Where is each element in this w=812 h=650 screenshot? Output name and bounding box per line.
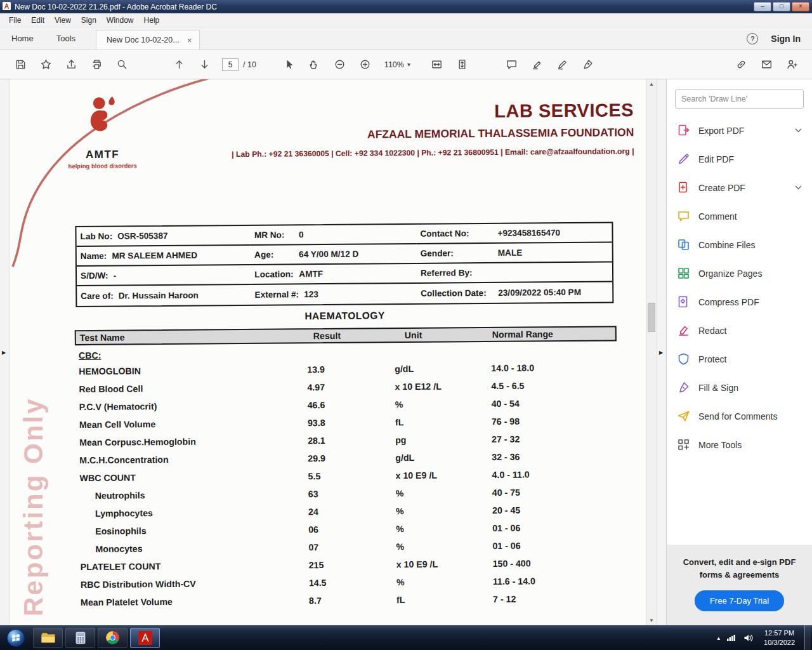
tools-panel-item-protect[interactable]: Protect xyxy=(667,345,812,373)
menu-help[interactable]: Help xyxy=(139,14,165,27)
export-pdf-icon xyxy=(677,124,690,137)
tools-panel-item-redact[interactable]: Redact xyxy=(667,316,812,345)
clock-date: 10/3/2022 xyxy=(764,638,795,647)
next-page-button[interactable] xyxy=(192,55,217,75)
free-trial-button[interactable]: Free 7-Day Trial xyxy=(695,590,784,611)
tool-item-label: More Tools xyxy=(698,440,742,450)
tools-panel-item-create-pdf[interactable]: Create PDF xyxy=(667,173,812,202)
chevron-down-icon[interactable] xyxy=(795,185,802,190)
menu-file[interactable]: File xyxy=(4,14,26,27)
email-button[interactable] xyxy=(754,55,779,75)
collapse-tools-arrow-icon[interactable]: ▶ xyxy=(659,350,663,355)
open-nav-pane-arrow-icon[interactable]: ▶ xyxy=(2,350,6,355)
show-desktop-button[interactable] xyxy=(804,625,811,650)
taskbar: ▴ 12:57 PM 10/3/2022 xyxy=(0,625,812,650)
help-icon[interactable]: ? xyxy=(747,33,758,44)
tools-panel-item-fill-sign[interactable]: Fill & Sign xyxy=(667,373,812,402)
vertical-scrollbar[interactable]: ▲ ▼ xyxy=(646,79,657,625)
menu-sign[interactable]: Sign xyxy=(76,14,102,27)
tool-item-label: Fill & Sign xyxy=(698,383,738,393)
zoom-in-icon xyxy=(359,58,371,70)
favorites-button[interactable] xyxy=(33,55,58,75)
tools-panel-item-more-tools[interactable]: More Tools xyxy=(667,430,812,459)
chrome-icon xyxy=(105,630,120,645)
fit-width-button[interactable] xyxy=(424,55,450,75)
close-button[interactable]: × xyxy=(792,2,809,11)
organize-pages-icon xyxy=(677,267,690,280)
tools-panel-item-export-pdf[interactable]: Export PDF xyxy=(667,116,812,145)
tools-list: Export PDF Edit PDF Create PDF Comment xyxy=(667,114,812,459)
system-tray: ▴ 12:57 PM 10/3/2022 xyxy=(717,625,812,650)
comment-tool-button[interactable] xyxy=(499,55,525,75)
highlight-tool-button[interactable] xyxy=(525,55,550,75)
tools-panel-item-send-for-comments[interactable]: Send for Comments xyxy=(667,402,812,430)
menu-view[interactable]: View xyxy=(49,14,76,27)
sign-in-button[interactable]: Sign In xyxy=(771,34,801,44)
table-row: Mean Platelet Volume8.7fL7 - 12 xyxy=(77,589,619,611)
find-button[interactable] xyxy=(109,55,134,75)
document-viewer: Reporting Only AMTF helping blood disord… xyxy=(10,79,666,625)
hand-icon xyxy=(308,58,320,70)
taskbar-calculator[interactable] xyxy=(65,628,95,648)
scroll-up-icon[interactable]: ▲ xyxy=(646,81,657,87)
hand-tool-button[interactable] xyxy=(302,55,327,75)
tools-pane-strip: ▶ xyxy=(657,79,666,625)
taskbar-acrobat-active[interactable] xyxy=(130,628,160,648)
page-number-input[interactable] xyxy=(222,58,239,71)
amtf-logo: AMTF helping blood disorders xyxy=(61,93,144,169)
add-account-button[interactable] xyxy=(779,55,804,75)
tools-panel-item-combine-files[interactable]: Combine Files xyxy=(667,230,812,259)
patient-location: Location:AMTF xyxy=(251,264,417,285)
section-title: HAEMATOLOGY xyxy=(75,308,613,324)
select-tool-button[interactable] xyxy=(277,55,302,75)
print-button[interactable] xyxy=(84,55,109,75)
tools-search-input[interactable] xyxy=(675,90,804,109)
scrollbar-thumb[interactable] xyxy=(648,303,655,332)
network-icon[interactable] xyxy=(726,632,737,644)
zoom-level-label: 110% xyxy=(384,60,404,69)
volume-icon[interactable] xyxy=(743,632,754,644)
tray-expand-icon[interactable]: ▴ xyxy=(717,635,721,641)
report-content: AMTF helping blood disorders LAB SERVICE… xyxy=(10,79,646,625)
zoom-level-control[interactable]: 110% ▾ xyxy=(384,60,410,69)
tab-tools[interactable]: Tools xyxy=(45,27,87,50)
scroll-down-icon[interactable]: ▼ xyxy=(646,618,657,623)
stamp-tool-button[interactable] xyxy=(575,55,601,75)
taskbar-chrome[interactable] xyxy=(98,628,128,648)
start-button[interactable] xyxy=(0,625,32,650)
highlighter-icon xyxy=(531,58,543,70)
chevron-down-icon[interactable] xyxy=(795,128,802,133)
tools-panel-item-edit-pdf[interactable]: Edit PDF xyxy=(667,145,812,173)
tab-home[interactable]: Home xyxy=(0,27,45,50)
windows-start-icon xyxy=(6,628,25,647)
zoom-in-button[interactable] xyxy=(353,55,378,75)
tools-panel-item-organize-pages[interactable]: Organize Pages xyxy=(667,259,812,288)
tab-close-icon[interactable]: × xyxy=(187,36,192,45)
pdf-page: Reporting Only AMTF helping blood disord… xyxy=(10,79,646,625)
results-table-header: Test Name Result Unit Normal Range xyxy=(75,326,617,345)
send-comments-icon xyxy=(677,409,690,423)
sign-tool-button[interactable] xyxy=(550,55,575,75)
cursor-icon xyxy=(283,58,295,70)
share-button[interactable] xyxy=(58,55,84,75)
save-button[interactable] xyxy=(8,55,33,75)
zoom-out-button[interactable] xyxy=(327,55,353,75)
tools-panel-item-compress-pdf[interactable]: Compress PDF xyxy=(667,288,812,316)
tools-panel-item-comment[interactable]: Comment xyxy=(667,202,812,230)
minimize-button[interactable]: – xyxy=(754,2,771,11)
taskbar-file-explorer[interactable] xyxy=(33,628,63,648)
nav-pane-strip: ▶ xyxy=(0,79,10,625)
menu-window[interactable]: Window xyxy=(102,14,139,27)
taskbar-clock[interactable]: 12:57 PM 10/3/2022 xyxy=(760,628,799,647)
tab-document-label: New Doc 10-02-20... xyxy=(107,36,180,44)
report-header: LAB SERVICES AFZAAL MEMORIAL THALASSEMIA… xyxy=(232,100,634,159)
menu-edit[interactable]: Edit xyxy=(26,14,49,27)
compress-pdf-icon xyxy=(677,295,690,308)
fit-page-button[interactable] xyxy=(450,55,475,75)
tab-document[interactable]: New Doc 10-02-20... × xyxy=(96,30,200,50)
star-icon xyxy=(40,58,52,70)
maximize-button[interactable]: □ xyxy=(773,2,790,11)
share-link-button[interactable] xyxy=(728,55,754,75)
previous-page-button[interactable] xyxy=(166,55,192,75)
protect-shield-icon xyxy=(677,352,690,366)
